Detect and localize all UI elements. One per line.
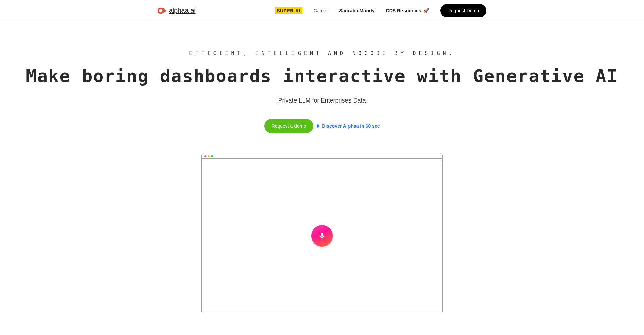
nav-career[interactable]: Career xyxy=(314,8,328,13)
play-icon xyxy=(317,124,320,128)
logo-text: alphaa ai xyxy=(169,7,195,14)
rocket-icon: 🚀 xyxy=(423,8,429,13)
hero-eyebrow: EFFICIENT, INTELLIGENT AND NOCODE BY DES… xyxy=(7,50,637,56)
hero-subhead: Private LLM for Enterprises Data xyxy=(7,97,637,104)
top-nav-wrapper: alphaa ai SUPER AI Career Saurabh Moody … xyxy=(0,0,644,21)
svg-rect-1 xyxy=(322,238,322,239)
request-demo-nav-button[interactable]: Request Demo xyxy=(440,4,486,17)
nav-links: SUPER AI Career Saurabh Moody CDS Resour… xyxy=(275,4,486,17)
nav-super-ai[interactable]: SUPER AI xyxy=(275,7,302,14)
window-zoom-dot-icon xyxy=(211,155,213,157)
hero-ctas: Request a demo Discover Alphaa in 60 sec xyxy=(264,119,380,133)
hero-headline: Make boring dashboards interactive with … xyxy=(7,66,637,86)
hero-section: EFFICIENT, INTELLIGENT AND NOCODE BY DES… xyxy=(0,21,644,313)
top-nav: alphaa ai SUPER AI Career Saurabh Moody … xyxy=(154,0,490,21)
logo-link[interactable]: alphaa ai xyxy=(158,6,195,15)
microphone-icon xyxy=(318,232,326,240)
nav-author[interactable]: Saurabh Moody xyxy=(339,8,375,13)
discover-label: Discover Alphaa in 60 sec xyxy=(322,123,380,129)
nav-cds-label: CDS Resources xyxy=(386,8,421,13)
request-demo-hero-button[interactable]: Request a demo xyxy=(264,119,314,133)
svg-point-0 xyxy=(158,8,163,13)
window-minimize-dot-icon xyxy=(208,155,210,157)
demo-window-body xyxy=(202,159,442,313)
discover-link[interactable]: Discover Alphaa in 60 sec xyxy=(317,123,380,129)
microphone-button[interactable] xyxy=(311,225,333,247)
window-close-dot-icon xyxy=(204,155,206,157)
demo-window-titlebar xyxy=(202,154,442,159)
logo-icon xyxy=(158,6,166,15)
demo-window xyxy=(201,154,443,313)
nav-cds-resources[interactable]: CDS Resources 🚀 xyxy=(386,8,429,13)
